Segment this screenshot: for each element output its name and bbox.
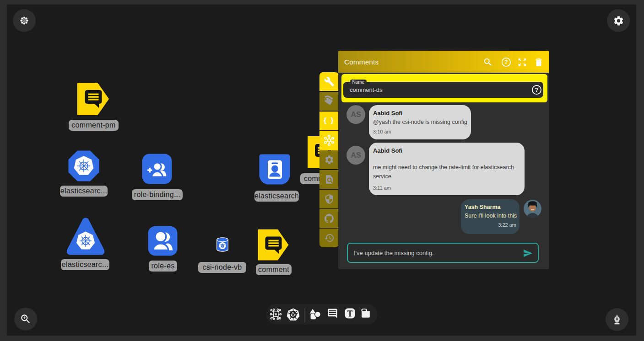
svg-text:?: ? — [535, 86, 539, 93]
svg-text:?: ? — [504, 59, 508, 65]
